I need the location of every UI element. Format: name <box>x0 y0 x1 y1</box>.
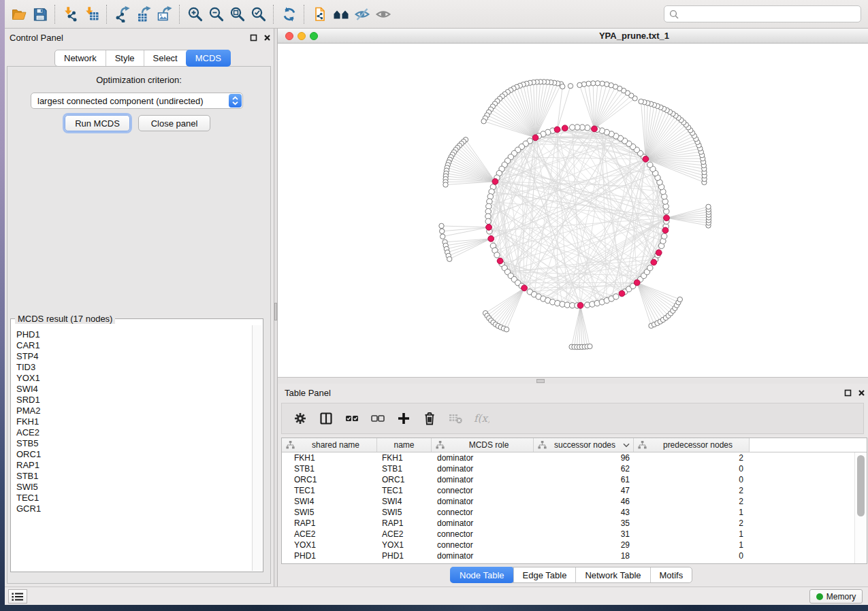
mcds-result-item[interactable]: SWI4 <box>16 384 253 395</box>
tab-network-table[interactable]: Network Table <box>575 567 649 582</box>
first-neighbors-button[interactable] <box>330 3 351 26</box>
tab-select[interactable]: Select <box>144 50 187 66</box>
column-header-name[interactable]: name <box>377 438 432 452</box>
network-canvas[interactable] <box>278 44 868 377</box>
zoom-out-button[interactable] <box>206 3 227 26</box>
table-row[interactable]: YOX1YOX1connector291 <box>282 540 867 550</box>
tab-network[interactable]: Network <box>55 50 106 66</box>
window-minimize-traffic-light[interactable] <box>298 32 306 40</box>
mcds-tab-content: Optimization criterion: largest connecte… <box>7 66 271 584</box>
float-table-panel-icon[interactable] <box>841 387 854 398</box>
close-panel-button[interactable]: Close panel <box>138 115 210 131</box>
horizontal-splitter-handle[interactable] <box>536 379 545 383</box>
window-close-traffic-light[interactable] <box>285 32 293 40</box>
dropdown-stepper-icon <box>229 94 242 108</box>
table-cell-mcds_role: connector <box>432 540 534 550</box>
export-table-button[interactable] <box>133 3 154 26</box>
desktop-wallpaper-bottom <box>0 605 868 611</box>
show-columns-icon <box>318 410 334 427</box>
mcds-result-item[interactable]: TEC1 <box>16 493 253 503</box>
sort-descending-icon <box>623 443 630 448</box>
task-history-button[interactable] <box>8 589 27 604</box>
import-table-button[interactable] <box>81 3 102 26</box>
tab-motifs[interactable]: Motifs <box>650 567 692 582</box>
zoom-fit-button[interactable] <box>227 3 248 26</box>
mcds-result-item[interactable]: CAR1 <box>16 340 253 351</box>
import-network-button[interactable] <box>60 3 81 26</box>
zoom-in-button[interactable] <box>184 3 206 26</box>
table-row[interactable]: TEC1TEC1connector472 <box>282 485 867 496</box>
mcds-result-item[interactable]: ACE2 <box>16 427 253 438</box>
search-box[interactable] <box>664 5 861 22</box>
mcds-result-item[interactable]: FKH1 <box>16 416 253 427</box>
table-cell-shared_name: TEC1 <box>282 486 377 495</box>
tab-style[interactable]: Style <box>106 50 144 66</box>
table-cell-shared_name: SWI5 <box>282 508 377 517</box>
new-network-from-selection-button[interactable] <box>309 3 330 26</box>
mcds-result-item[interactable]: YOX1 <box>16 373 253 384</box>
toolbar-separator <box>179 5 180 24</box>
table-scrollbar-track[interactable] <box>854 452 867 563</box>
settings-gear-button[interactable] <box>287 405 313 432</box>
close-panel-icon[interactable] <box>260 32 274 43</box>
float-panel-icon[interactable] <box>246 32 260 43</box>
show-all-button[interactable] <box>372 3 393 26</box>
node-table: shared namenameMCDS rolesuccessor nodesp… <box>281 437 867 564</box>
import-network-icon <box>63 6 79 22</box>
vertical-splitter-handle[interactable] <box>274 303 277 320</box>
mcds-result-item[interactable]: SRD1 <box>16 395 253 406</box>
deselect-all-rows-button[interactable] <box>365 405 391 432</box>
export-image-button[interactable] <box>154 3 175 26</box>
memory-button[interactable]: Memory <box>809 589 863 604</box>
window-zoom-traffic-light[interactable] <box>310 32 318 40</box>
table-row[interactable]: FKH1FKH1dominator962 <box>282 452 867 463</box>
table-row[interactable]: SWI4SWI4dominator462 <box>282 496 867 507</box>
column-header-shared-name[interactable]: shared name <box>282 438 377 452</box>
table-cell-name: ACE2 <box>377 529 432 539</box>
optimization-criterion-dropdown[interactable]: largest connected component (undirected) <box>31 93 243 109</box>
mcds-result-item[interactable]: PMA2 <box>16 406 253 416</box>
open-file-button[interactable] <box>8 3 29 26</box>
table-row[interactable]: STB1STB1dominator620 <box>282 463 867 474</box>
mcds-result-item[interactable]: GCR1 <box>16 503 253 514</box>
export-network-button[interactable] <box>112 3 133 26</box>
column-type-icon <box>638 441 647 449</box>
column-header-MCDS-role[interactable]: MCDS role <box>432 438 534 452</box>
search-input[interactable] <box>681 7 861 22</box>
table-row[interactable]: RAP1RAP1dominator352 <box>282 518 867 529</box>
refresh-view-button[interactable] <box>278 3 300 26</box>
column-header-successor-nodes[interactable]: successor nodes <box>534 438 634 452</box>
tab-edge-table[interactable]: Edge Table <box>513 567 576 582</box>
delete-rows-icon <box>421 410 438 427</box>
hide-selected-button[interactable] <box>351 3 372 26</box>
mcds-result-item[interactable]: PHD1 <box>16 329 253 340</box>
show-columns-button[interactable] <box>313 405 339 432</box>
mcds-result-item[interactable]: RAP1 <box>16 460 253 471</box>
select-all-rows-button[interactable] <box>339 405 365 432</box>
mcds-result-item[interactable]: TID3 <box>16 362 253 373</box>
delete-rows-button[interactable] <box>417 405 443 432</box>
horizontal-splitter[interactable] <box>278 377 868 384</box>
table-cell-shared_name: FKH1 <box>282 453 377 463</box>
table-row[interactable]: PHD1PHD1dominator180 <box>282 550 867 561</box>
tab-mcds[interactable]: MCDS <box>186 50 231 67</box>
mcds-result-item[interactable]: STB5 <box>16 438 253 449</box>
control-panel-tabs: NetworkStyleSelectMCDS <box>54 50 231 67</box>
memory-label: Memory <box>826 592 856 601</box>
add-row-button[interactable] <box>391 405 417 432</box>
mcds-result-item[interactable]: ORC1 <box>16 449 253 460</box>
table-row[interactable]: ORC1ORC1dominator610 <box>282 474 867 485</box>
table-row[interactable]: SWI5SWI5connector431 <box>282 507 867 518</box>
run-mcds-button[interactable]: Run MCDS <box>65 115 130 131</box>
tab-node-table[interactable]: Node Table <box>450 567 514 583</box>
save-session-button[interactable] <box>29 3 50 26</box>
table-row[interactable]: ACE2ACE2connector311 <box>282 529 867 540</box>
close-table-panel-icon[interactable] <box>854 387 868 398</box>
table-scrollbar-thumb[interactable] <box>857 455 865 516</box>
mcds-result-item[interactable]: STB1 <box>16 471 253 482</box>
column-header-predecessor-nodes[interactable]: predecessor nodes <box>634 438 750 452</box>
mcds-result-item[interactable]: STP4 <box>16 351 253 362</box>
mcds-list-scrollbar[interactable] <box>252 325 262 571</box>
mcds-result-item[interactable]: SWI5 <box>16 482 253 493</box>
zoom-selected-button[interactable] <box>248 3 269 26</box>
